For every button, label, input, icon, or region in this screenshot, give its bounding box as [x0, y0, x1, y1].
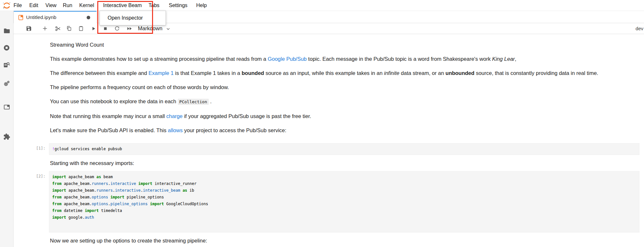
menu-interactive-beam[interactable]: Interactive Beam — [103, 0, 142, 11]
markdown-cell: Now we are setting up the options to cre… — [14, 237, 644, 244]
markdown-paragraph: Note that running this example may incur… — [50, 112, 639, 120]
sidebar-property-inspector[interactable] — [0, 76, 13, 90]
text-span: topic. Each message in the Pub/Sub topic… — [307, 56, 492, 62]
markdown-link[interactable]: Example 1 — [149, 70, 174, 76]
interrupt-kernel-button[interactable] — [101, 24, 110, 33]
text-span: your project to access the Pub/Sub servi… — [183, 127, 286, 133]
restart-run-all-button[interactable] — [125, 24, 134, 33]
code-line: import apache_beam as beam — [52, 174, 636, 180]
tab-label: Untitled.ipynb — [26, 12, 56, 23]
copy-icon — [66, 25, 72, 32]
code-cell: [1]:!gcloud services enable pubsub — [14, 143, 644, 155]
text-span: Let's make sure the Pub/Sub API is enabl… — [50, 127, 168, 133]
stop-circle-icon — [3, 44, 10, 51]
text-span: data stream, or an — [399, 70, 446, 76]
markdown-paragraph: Now we are setting up the options to cre… — [50, 237, 639, 244]
text-span: source as an input, while this example t… — [264, 70, 384, 76]
paste-cells-button[interactable] — [77, 24, 85, 33]
code-line: from apache_beam.runners.interactive imp… — [52, 180, 636, 187]
italic-text: infinite — [384, 70, 399, 76]
bold-text: bounded — [242, 70, 264, 76]
text-span: You can use this notebook to explore the… — [50, 98, 178, 104]
menu-settings[interactable]: Settings — [169, 0, 187, 11]
menu-run[interactable]: Run — [63, 0, 72, 11]
menu-help[interactable]: Help — [196, 0, 207, 11]
gears-icon — [3, 80, 10, 87]
markdown-paragraph: This example demonstrates how to set up … — [50, 55, 639, 63]
palette-search-icon — [3, 61, 10, 69]
stop-icon — [102, 26, 108, 32]
italic-text: King Lear — [492, 56, 515, 62]
plus-icon — [42, 25, 48, 32]
markdown-paragraph: You can use this notebook to explore the… — [50, 97, 639, 106]
text-span: The difference between this example and — [50, 70, 149, 76]
code-line: from apache_beam.options import pipeline… — [52, 194, 636, 201]
code-line: !gcloud services enable pubsub — [52, 146, 636, 152]
cut-cells-button[interactable] — [53, 24, 62, 33]
notebook-content: Streaming Word CountThis example demonst… — [14, 34, 644, 247]
sidebar-extension-manager[interactable] — [0, 130, 13, 144]
cell-prompt: [2]: — [14, 171, 49, 233]
clipboard-icon — [78, 25, 84, 32]
save-button[interactable] — [24, 24, 33, 33]
bold-text: unbounded — [446, 70, 475, 76]
code-editor[interactable]: import apache_beam as beamfrom apache_be… — [49, 171, 639, 233]
sidebar-running-kernels[interactable] — [0, 41, 13, 55]
run-cell-button[interactable] — [89, 24, 98, 33]
sidebar-open-tabs[interactable] — [0, 100, 13, 114]
text-span: . — [209, 98, 212, 104]
text-span: Note that running this example may incur… — [50, 113, 166, 119]
unsaved-changes-indicator[interactable] — [87, 16, 90, 19]
code-editor[interactable]: !gcloud services enable pubsub — [49, 143, 639, 155]
code-cell: [2]:import apache_beam as beamfrom apach… — [14, 171, 644, 233]
jupyter-logo — [2, 1, 11, 10]
folder-icon — [3, 27, 10, 34]
interactive-beam-dropdown: Open Inspector — [100, 11, 166, 25]
dev-mode-label: dev — [636, 23, 643, 34]
text-span: Now we are setting up the options to cre… — [50, 238, 207, 243]
cell-prompt: [1]: — [14, 143, 49, 155]
menu-item-open-inspector[interactable]: Open Inspector — [100, 11, 166, 25]
menu-bar: File Edit View Run Kernel Interactive Be… — [0, 0, 644, 11]
markdown-rendered: Starting with the necessary imports: — [49, 159, 639, 167]
text-span: , — [515, 56, 516, 62]
markdown-rendered: Streaming Word CountThis example demonst… — [49, 41, 639, 134]
cell-type-value: Markdown — [138, 25, 162, 32]
play-icon — [91, 26, 96, 32]
sidebar-file-browser[interactable] — [0, 24, 13, 38]
cell-prompt — [14, 159, 49, 167]
menu-file[interactable]: File — [14, 0, 22, 11]
chevron-down-icon — [166, 26, 171, 32]
menu-edit[interactable]: Edit — [29, 0, 38, 11]
menu-kernel[interactable]: Kernel — [79, 0, 94, 11]
window-icon — [3, 104, 10, 111]
text-span: This example demonstrates how to set up … — [50, 56, 268, 62]
copy-cells-button[interactable] — [65, 24, 73, 33]
markdown-paragraph: Streaming Word Count — [50, 41, 639, 49]
markdown-link[interactable]: Google Pub/Sub — [268, 56, 307, 62]
markdown-link[interactable]: charge — [166, 113, 182, 119]
markdown-rendered: Now we are setting up the options to cre… — [49, 237, 639, 244]
tab-untitled-ipynb[interactable]: Untitled.ipynb — [14, 11, 97, 23]
restart-icon — [114, 25, 120, 32]
insert-cell-button[interactable] — [41, 24, 49, 33]
markdown-paragraph: Starting with the necessary imports: — [50, 159, 639, 167]
notebook-icon — [18, 14, 24, 21]
sidebar-command-palette[interactable] — [0, 58, 13, 72]
cell-prompt — [14, 237, 49, 244]
menu-view[interactable]: View — [45, 0, 56, 11]
puzzle-icon — [3, 133, 10, 140]
text-span: if your aggregated Pub/Sub usage is past… — [183, 113, 311, 119]
left-sidebar — [0, 11, 14, 247]
fast-forward-icon — [126, 25, 133, 32]
restart-kernel-button[interactable] — [113, 24, 121, 33]
code-line: import google.auth — [52, 214, 636, 221]
scissors-icon — [55, 25, 61, 32]
code-line: from datetime import timedelta — [52, 207, 636, 214]
markdown-cell: Streaming Word CountThis example demonst… — [14, 41, 644, 134]
markdown-link[interactable]: allows — [168, 127, 183, 133]
code-line: import apache_beam.runners.interactive.i… — [52, 187, 636, 194]
menu-tabs[interactable]: Tabs — [149, 0, 159, 11]
text-span: is that Example 1 takes in a — [174, 70, 242, 76]
markdown-paragraph: The pipeline performs a frequency count … — [50, 83, 639, 91]
